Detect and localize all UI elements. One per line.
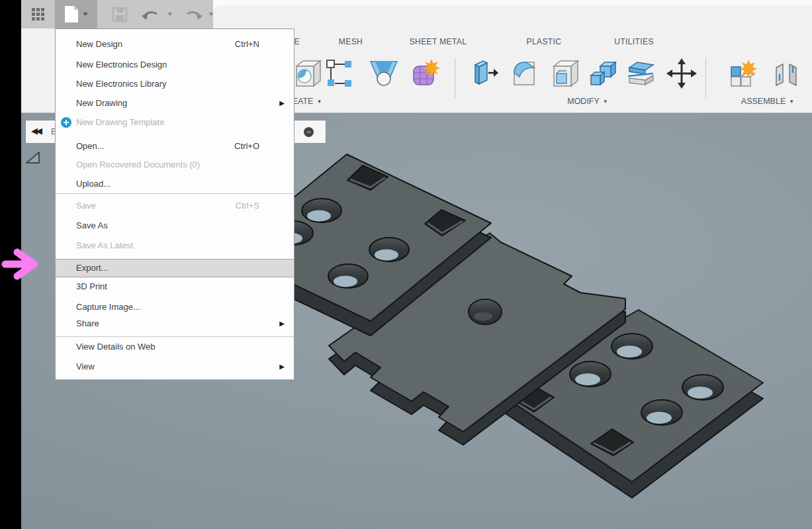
menu-item-capture-image[interactable]: Capture Image... — [56, 299, 294, 316]
shortcut: Ctrl+O — [234, 138, 259, 155]
tab-sheet-metal[interactable]: SHEET METAL — [410, 37, 467, 46]
press-pull-icon[interactable] — [469, 58, 499, 89]
menu-item-new-design[interactable]: New Design Ctrl+N — [56, 36, 294, 53]
tab-plastic[interactable]: PLASTIC — [527, 37, 562, 46]
group-divider — [455, 58, 455, 99]
combine-icon[interactable] — [587, 58, 617, 89]
menu-item-save-as[interactable]: Save As — [56, 217, 294, 234]
fusion360-window: ◀◀ B − — [0, 0, 812, 529]
chevron-down-icon: ▼ — [789, 99, 794, 105]
menu-item-view-details-on-web[interactable]: View Details on Web — [56, 338, 294, 356]
new-drawing-template-icon — [61, 117, 71, 128]
annotation-arrow-icon — [0, 246, 42, 282]
browser-collapse-icon[interactable]: ◀◀ — [31, 126, 40, 136]
rectangular-pattern-icon[interactable] — [324, 58, 355, 89]
quick-access-toolbar — [21, 0, 213, 28]
browser-triangle-icon[interactable] — [25, 151, 41, 166]
menu-separator — [56, 193, 294, 194]
file-menu-button[interactable] — [55, 0, 97, 28]
shortcut: Ctrl+S — [236, 197, 259, 215]
menu-item-share[interactable]: Share ▶ — [56, 315, 294, 332]
document-tab-strip — [213, 0, 812, 28]
menu-item-new-drawing-template: New Drawing Template — [56, 114, 294, 131]
file-caret-icon — [83, 13, 88, 16]
new-component-icon[interactable] — [727, 58, 758, 89]
menu-separator — [56, 336, 294, 337]
menu-item-open[interactable]: Open... Ctrl+O — [56, 138, 294, 155]
file-icon — [64, 5, 79, 23]
submenu-arrow-icon: ▶ — [279, 315, 285, 332]
shell-icon[interactable] — [549, 58, 579, 89]
hole-icon[interactable] — [291, 58, 322, 89]
menu-item-save: Save Ctrl+S — [56, 197, 294, 215]
browser-minus-icon[interactable]: − — [304, 127, 314, 137]
joint-icon[interactable] — [771, 58, 801, 89]
fillet-icon[interactable] — [509, 58, 539, 89]
menu-item-new-electronics-library[interactable]: New Electronics Library — [56, 75, 294, 93]
menu-item-export[interactable]: Export... — [56, 259, 294, 277]
tab-utilities[interactable]: UTILITIES — [614, 37, 654, 46]
save-icon — [107, 0, 132, 28]
chevron-down-icon: ▼ — [316, 99, 322, 105]
redo-icon[interactable] — [181, 0, 205, 28]
chevron-down-icon: ▼ — [603, 99, 608, 105]
modify-dropdown[interactable]: MODIFY▼ — [567, 97, 608, 106]
create-form-icon[interactable] — [410, 58, 440, 89]
menu-item-new-electronics-design[interactable]: New Electronics Design — [56, 56, 294, 73]
tab-mesh[interactable]: MESH — [339, 37, 363, 46]
menu-item-3d-print[interactable]: 3D Print — [56, 278, 294, 295]
app-grid-icon[interactable] — [24, 0, 53, 28]
submenu-arrow-icon: ▶ — [279, 95, 285, 112]
menu-item-view[interactable]: View ▶ — [56, 358, 294, 375]
move-copy-icon[interactable] — [666, 58, 697, 89]
menu-item-upload[interactable]: Upload... — [56, 175, 294, 193]
file-menu-dropdown: New Design Ctrl+N New Electronics Design… — [55, 28, 294, 380]
submenu-arrow-icon: ▶ — [279, 358, 285, 375]
menu-item-new-drawing[interactable]: New Drawing ▶ — [56, 95, 294, 112]
shortcut: Ctrl+N — [235, 36, 259, 53]
group-divider — [705, 58, 706, 99]
assemble-dropdown[interactable]: ASSEMBLE▼ — [741, 97, 794, 106]
tab-surface-fragment[interactable]: E — [294, 37, 300, 46]
undo-icon[interactable] — [139, 0, 163, 28]
menu-item-open-recovered-documents: Open Recovered Documents (0) — [56, 156, 294, 173]
undo-caret-icon[interactable] — [164, 0, 176, 28]
web-icon[interactable] — [369, 58, 399, 89]
menu-item-save-as-latest: Save As Latest — [56, 237, 294, 254]
split-body-icon[interactable] — [625, 58, 656, 89]
